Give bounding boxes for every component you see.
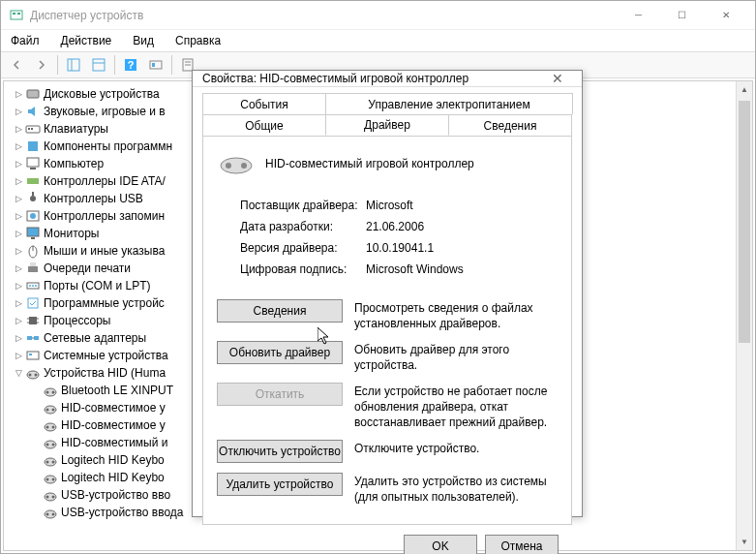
details-button[interactable]: Сведения	[217, 299, 343, 323]
uninstall-desc: Удалить это устройство из системы (для о…	[354, 473, 558, 505]
svg-point-57	[46, 426, 49, 429]
tree-label: HID-совместимый и	[61, 436, 167, 449]
back-button[interactable]	[5, 53, 28, 77]
svg-point-72	[46, 513, 49, 516]
expand-icon[interactable]: ▷	[12, 244, 25, 258]
tree-label: Процессоры	[44, 314, 111, 327]
rollback-desc: Если устройство не работает после обновл…	[354, 383, 558, 430]
forward-button[interactable]	[30, 53, 53, 77]
svg-point-69	[46, 496, 49, 499]
app-icon	[9, 8, 24, 23]
tab-content: HID-совместимый игровой контроллер Поста…	[202, 136, 572, 525]
scroll-up-button[interactable]: ▲	[737, 81, 752, 98]
signature-label: Цифровая подпись:	[240, 262, 366, 276]
tab-general[interactable]: Общие	[202, 114, 326, 136]
update-desc: Обновить драйвер для этого устройства.	[354, 341, 558, 373]
expand-icon[interactable]: ▷	[12, 331, 25, 345]
expand-icon[interactable]: ▷	[12, 87, 25, 101]
tree-label: USB-устройство ввода	[61, 506, 184, 519]
version-value: 10.0.19041.1	[366, 241, 434, 255]
svg-point-73	[52, 513, 55, 516]
tree-label: Мыши и иные указыва	[44, 244, 165, 258]
dialog-title: Свойства: HID-совместимый игровой контро…	[202, 72, 543, 85]
update-driver-button[interactable]: Обновить драйвер	[217, 341, 343, 364]
expand-icon[interactable]: ▷	[12, 262, 25, 275]
tree-label: Устройства HID (Huma	[44, 366, 166, 380]
collapse-icon[interactable]: ▽	[12, 366, 25, 380]
scroll-down-button[interactable]: ▼	[737, 534, 752, 550]
tab-strip: События Управление электропитанием Общие…	[202, 93, 572, 136]
expand-icon[interactable]: ▷	[12, 279, 25, 292]
svg-rect-1	[13, 13, 15, 15]
vertical-scrollbar[interactable]: ▲ ▼	[736, 81, 752, 550]
menu-file[interactable]: Файл	[7, 32, 44, 49]
expand-icon[interactable]: ▷	[12, 192, 25, 205]
menu-view[interactable]: Вид	[129, 32, 158, 49]
svg-rect-9	[150, 61, 162, 69]
dialog-close-button[interactable]: ✕	[543, 71, 572, 86]
tool-button-1[interactable]	[62, 53, 85, 77]
window-title: Диспетчер устройств	[30, 9, 617, 22]
expand-icon[interactable]: ▷	[12, 296, 25, 310]
tree-label: Компоненты программн	[44, 139, 172, 153]
date-value: 21.06.2006	[366, 220, 424, 233]
tree-label: USB-устройство вво	[61, 488, 170, 502]
svg-rect-36	[28, 298, 38, 308]
minimize-button[interactable]: ─	[617, 2, 660, 29]
menu-action[interactable]: Действие	[57, 32, 116, 49]
gamepad-icon	[217, 150, 256, 177]
expand-icon[interactable]: ▷	[12, 349, 25, 362]
svg-rect-21	[27, 178, 39, 184]
svg-point-64	[52, 461, 55, 464]
expand-icon[interactable]: ▷	[12, 105, 25, 118]
component-icon	[25, 138, 41, 154]
tree-label: Звуковые, игровые и в	[44, 105, 166, 118]
tree-label: Logitech HID Keybo	[61, 471, 165, 484]
svg-point-22	[30, 196, 36, 201]
menu-help[interactable]: Справка	[171, 32, 225, 49]
hid-icon	[43, 470, 58, 485]
tab-driver[interactable]: Драйвер	[325, 114, 449, 136]
expand-icon[interactable]: ▷	[12, 157, 25, 170]
svg-point-66	[46, 478, 49, 481]
svg-rect-20	[30, 168, 36, 169]
expand-icon[interactable]: ▷	[12, 122, 25, 136]
menubar: Файл Действие Вид Справка	[1, 30, 755, 51]
tab-events[interactable]: События	[202, 93, 326, 114]
disable-device-button[interactable]: Отключить устройство	[217, 440, 343, 463]
expand-icon[interactable]: ▷	[12, 174, 25, 188]
svg-point-48	[29, 374, 32, 377]
svg-rect-27	[31, 237, 35, 239]
svg-point-58	[52, 426, 55, 429]
scroll-thumb[interactable]	[739, 101, 750, 343]
svg-point-60	[46, 444, 49, 446]
expand-icon[interactable]: ▷	[12, 139, 25, 153]
svg-rect-3	[68, 59, 79, 71]
help-icon[interactable]: ?	[119, 53, 142, 77]
expand-icon[interactable]: ▷	[12, 227, 25, 240]
tab-details[interactable]: Сведения	[448, 114, 572, 136]
expand-icon[interactable]: ▷	[12, 314, 25, 327]
hid-icon	[43, 383, 58, 398]
usb-icon	[25, 191, 41, 206]
hid-icon	[43, 435, 58, 450]
ok-button[interactable]: OK	[404, 535, 477, 554]
svg-point-25	[30, 213, 36, 219]
svg-point-61	[52, 444, 55, 446]
svg-point-55	[52, 409, 55, 412]
close-button[interactable]: ✕	[704, 2, 747, 29]
expand-icon[interactable]: ▷	[12, 209, 25, 223]
storage-icon	[25, 208, 41, 224]
tree-label: Программные устройс	[44, 296, 165, 310]
tree-label: Очереди печати	[44, 262, 131, 275]
tree-label: Системные устройства	[44, 349, 168, 362]
tool-button-2[interactable]	[87, 53, 110, 77]
tab-power[interactable]: Управление электропитанием	[325, 93, 573, 114]
network-icon	[25, 330, 41, 346]
tool-button-3[interactable]	[144, 53, 167, 77]
uninstall-device-button[interactable]: Удалить устройство	[217, 473, 343, 496]
cancel-button[interactable]: Отмена	[485, 535, 559, 554]
maximize-button[interactable]: ☐	[660, 2, 704, 29]
tree-label: HID-совместимое у	[61, 401, 166, 415]
hid-icon	[43, 452, 58, 468]
